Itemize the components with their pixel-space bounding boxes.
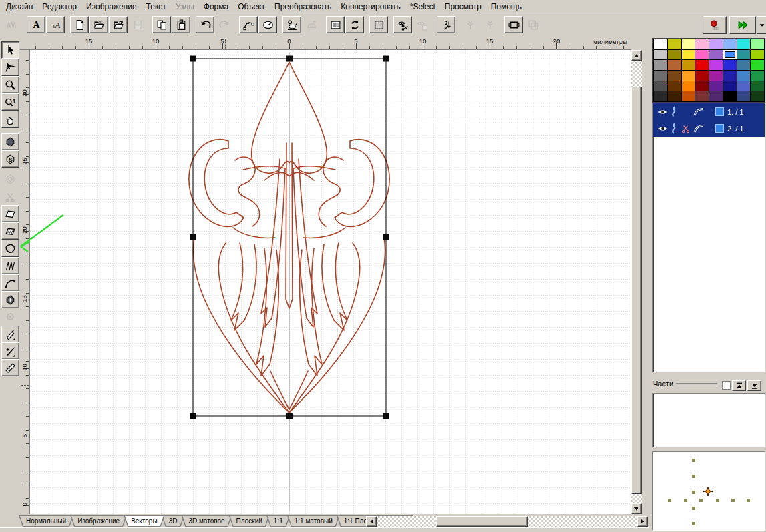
thread-icon[interactable] <box>669 106 680 117</box>
tool-shape-cross[interactable] <box>1 291 19 308</box>
color-swatch[interactable] <box>682 60 695 70</box>
move-to-top-button[interactable] <box>732 380 746 391</box>
layers-list[interactable]: 1. / 12. / 1 <box>652 103 765 372</box>
selection-handle[interactable] <box>383 234 389 240</box>
paste-button[interactable] <box>172 16 190 33</box>
tab-нормальный[interactable]: Нормальный <box>19 515 73 527</box>
color-swatch[interactable] <box>654 60 667 70</box>
color-swatch[interactable] <box>709 50 723 60</box>
design-canvas[interactable] <box>30 50 631 514</box>
tool-curve-arc[interactable] <box>1 274 19 292</box>
color-swatch[interactable] <box>709 71 723 81</box>
menu-узлы[interactable]: Узлы <box>171 1 199 12</box>
color-swatch[interactable] <box>668 81 681 91</box>
tool-shape-s[interactable]: S <box>1 150 19 168</box>
color-swatch[interactable] <box>723 71 737 81</box>
color-swatch[interactable] <box>654 71 667 81</box>
new-document-button[interactable] <box>70 16 89 33</box>
color-swatch[interactable] <box>682 39 695 49</box>
color-swatch[interactable] <box>668 71 681 81</box>
color-swatch[interactable] <box>654 91 667 101</box>
color-swatch[interactable] <box>737 60 751 70</box>
tool-zoom-actual[interactable]: 1 <box>1 93 19 111</box>
color-swatch[interactable] <box>737 91 751 101</box>
text-transform-button[interactable]: тA <box>46 16 65 33</box>
menu-изображение[interactable]: Изображение <box>81 1 142 12</box>
trim-scissors-icon[interactable] <box>680 124 691 134</box>
color-swatch[interactable] <box>723 91 737 101</box>
color-swatch[interactable] <box>668 50 681 60</box>
move-to-bottom-button[interactable] <box>747 380 761 391</box>
refresh-rotate-button[interactable] <box>345 16 364 33</box>
copy-button[interactable] <box>152 16 171 33</box>
eye-scissors-button[interactable] <box>393 16 412 33</box>
scroll-right-button[interactable] <box>637 516 648 527</box>
selection-handle[interactable] <box>190 234 196 240</box>
color-swatch[interactable] <box>751 60 764 70</box>
color-swatch[interactable] <box>723 39 737 49</box>
color-swatch[interactable] <box>709 60 723 70</box>
menu-редактор[interactable]: Редактор <box>37 1 81 12</box>
tool-outline-polygon[interactable] <box>1 240 19 257</box>
menu-преобразовать[interactable]: Преобразовать <box>270 1 336 12</box>
hoop-center-crosshair[interactable] <box>703 486 713 497</box>
hscroll-thumb[interactable] <box>436 516 528 527</box>
tool-knife[interactable] <box>1 326 19 343</box>
tool-measure-ruler[interactable] <box>1 359 19 376</box>
color-swatch[interactable] <box>695 71 709 81</box>
tab-3d[interactable]: 3D <box>162 515 185 527</box>
menu-просмотр[interactable]: Просмотр <box>440 1 486 12</box>
color-swatch[interactable] <box>737 50 751 60</box>
tab-плоский[interactable]: Плоский <box>229 515 270 527</box>
layer-color-swatch[interactable] <box>715 124 724 133</box>
tab-1:1-матовый[interactable]: 1:1 матовый <box>287 515 340 527</box>
tab-изображение[interactable]: Изображение <box>70 515 127 527</box>
menu-конвертировать[interactable]: Конвертировать <box>336 1 405 12</box>
menu-помощь[interactable]: Помощь <box>486 1 526 12</box>
layer-color-swatch[interactable] <box>715 107 724 116</box>
color-swatch[interactable] <box>723 60 737 70</box>
menu-select[interactable]: *Select <box>405 1 440 12</box>
tool-zoom[interactable] <box>1 76 19 93</box>
selection-handle[interactable] <box>286 56 293 62</box>
tool-filled-shape[interactable] <box>1 133 19 150</box>
color-swatch[interactable] <box>682 91 695 101</box>
color-swatch[interactable] <box>695 39 709 49</box>
layer-visibility-eye-icon[interactable] <box>656 124 669 134</box>
parts-list[interactable] <box>652 393 765 447</box>
color-swatch[interactable] <box>682 71 695 81</box>
layer-row-2[interactable]: 2. / 1 <box>653 120 765 137</box>
color-swatch[interactable] <box>682 81 695 91</box>
selection-handle[interactable] <box>190 56 196 62</box>
vscroll-thumb[interactable] <box>631 87 642 494</box>
scroll-left-button[interactable] <box>366 516 377 527</box>
thread-icon[interactable] <box>669 123 680 134</box>
record-button[interactable] <box>703 16 727 34</box>
tool-edit-nodes[interactable] <box>1 59 19 76</box>
scroll-down-button[interactable] <box>631 503 642 514</box>
play-simulation-button[interactable] <box>729 16 756 34</box>
tool-select-arrow[interactable] <box>1 41 19 59</box>
color-swatch[interactable] <box>668 39 681 49</box>
tab-векторы[interactable]: Векторы <box>124 515 165 527</box>
color-swatch[interactable] <box>695 50 709 60</box>
outline-curve-icon[interactable] <box>691 123 707 134</box>
layer-row-1[interactable]: 1. / 1 <box>653 103 765 120</box>
color-swatch[interactable] <box>751 39 764 49</box>
text-tool-button[interactable]: A <box>27 16 45 33</box>
tool-satin-column[interactable] <box>1 222 19 240</box>
canvas-vertical-scrollbar[interactable] <box>631 50 642 514</box>
undo-button[interactable] <box>196 16 214 33</box>
grid-window-button[interactable] <box>369 16 388 33</box>
hoop-button[interactable] <box>504 16 523 33</box>
stitch-order-button[interactable] <box>437 16 455 33</box>
color-swatch[interactable] <box>668 91 681 101</box>
tool-zigzag-stitch[interactable] <box>1 257 19 274</box>
bezier-curve-button[interactable] <box>239 16 258 33</box>
color-swatch[interactable] <box>751 81 764 91</box>
color-swatch[interactable] <box>709 39 723 49</box>
color-swatch[interactable] <box>709 91 723 101</box>
hoop-preview-pane[interactable] <box>652 451 765 531</box>
tab-1:1[interactable]: 1:1 <box>266 515 291 527</box>
tool-pan-hand[interactable] <box>1 111 19 128</box>
